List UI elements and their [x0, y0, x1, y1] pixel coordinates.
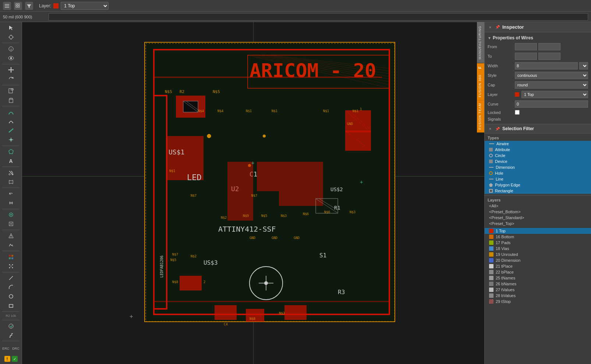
- tool-select[interactable]: [5, 24, 17, 32]
- sel-pin-button[interactable]: 📌: [495, 126, 500, 131]
- inspector-title: Inspector: [502, 24, 524, 30]
- menu-icon[interactable]: [3, 2, 11, 10]
- layer-item-20-dimension[interactable]: 20 Dimension: [485, 257, 591, 263]
- inspector-pin-button[interactable]: 📌: [495, 25, 500, 30]
- layer-special-preset-standard[interactable]: <Preset_Standard>: [485, 215, 591, 221]
- svg-point-72: [263, 135, 266, 138]
- tool-wire[interactable]: [5, 108, 17, 116]
- tool-eye[interactable]: [5, 54, 17, 62]
- type-item-device[interactable]: Device: [485, 158, 591, 164]
- tool-signal[interactable]: [5, 241, 17, 249]
- type-item-line[interactable]: Line: [485, 176, 591, 182]
- svg-rect-2: [16, 6, 17, 7]
- locked-row: Locked: [488, 109, 588, 116]
- tool-ratsnest[interactable]: [5, 262, 17, 270]
- svg-text:N$7: N$7: [251, 194, 257, 197]
- layer-item-22-bplace[interactable]: 22 bPlace: [485, 269, 591, 275]
- to-input-1[interactable]: [515, 53, 537, 60]
- fusion-team-tab[interactable]: FUSION TEAM: [477, 100, 484, 132]
- tool-align[interactable]: [5, 199, 17, 207]
- locked-checkbox[interactable]: [515, 110, 520, 115]
- type-item-airwire[interactable]: Airwire: [485, 141, 591, 147]
- type-item-hole[interactable]: Hole: [485, 170, 591, 176]
- type-item-polygon-edge[interactable]: Polygon Edge: [485, 182, 591, 188]
- tool-crosshair[interactable]: [5, 33, 17, 41]
- svg-text:R3: R3: [338, 289, 345, 296]
- layer-item-25-tnames[interactable]: 25 tNames: [485, 275, 591, 281]
- tool-drc-via[interactable]: [5, 220, 17, 228]
- tool-drc-run[interactable]: [5, 322, 17, 330]
- from-input-1[interactable]: [515, 43, 537, 50]
- from-input-2[interactable]: [538, 43, 560, 50]
- svg-text:US$2: US$2: [330, 186, 343, 192]
- type-item-circle[interactable]: Circle: [485, 153, 591, 158]
- inspector-close-button[interactable]: ×: [488, 25, 493, 30]
- tool-circle-draw[interactable]: [5, 292, 17, 301]
- svg-point-121: [264, 281, 268, 285]
- fusion360-tab-2[interactable]: FUSION 360: [477, 72, 484, 100]
- type-item-rectangle[interactable]: Rectangle: [485, 188, 591, 194]
- locked-label: Locked: [488, 110, 513, 115]
- layer-item-18-vias[interactable]: 18 Vias: [485, 246, 591, 251]
- svg-line-55: [266, 56, 389, 74]
- width-input[interactable]: [515, 62, 578, 69]
- layer-item-17-pads[interactable]: 17 Pads: [485, 240, 591, 246]
- layer-item-28-bvalues[interactable]: 28 bValues: [485, 293, 591, 299]
- cap-select[interactable]: round flat extended: [515, 81, 588, 89]
- divider-3: [2, 85, 20, 85]
- type-item-attribute[interactable]: Attribute: [485, 147, 591, 153]
- tool-new[interactable]: [5, 87, 17, 95]
- tool-line[interactable]: [5, 274, 17, 282]
- layer-special-preset-top[interactable]: <Preset_Top>: [485, 221, 591, 226]
- tool-junction[interactable]: [5, 136, 17, 144]
- tool-rotate[interactable]: [5, 75, 17, 83]
- curve-label: Curve: [488, 102, 513, 106]
- tool-cut[interactable]: [5, 168, 17, 177]
- width-unit-select[interactable]: ▾: [579, 62, 588, 69]
- tool-undo[interactable]: [5, 189, 17, 198]
- tool-polygon[interactable]: [5, 147, 17, 156]
- tool-info[interactable]: i: [5, 44, 17, 53]
- type-item-dimension[interactable]: Dimension: [485, 164, 591, 170]
- to-input-2[interactable]: [538, 53, 560, 60]
- tool-drc-check[interactable]: [5, 232, 17, 240]
- command-input[interactable]: [49, 13, 588, 21]
- layer-dropdown[interactable]: 1 Top: [61, 2, 109, 10]
- erc-button[interactable]: ERC: [1, 343, 10, 354]
- tool-rect-draw[interactable]: [5, 301, 17, 310]
- style-select[interactable]: continuous dashed dotted: [515, 72, 588, 79]
- tool-autoroute[interactable]: [5, 331, 17, 339]
- layer-special-all[interactable]: <All>: [485, 203, 591, 209]
- filter-icon[interactable]: [25, 2, 33, 10]
- tool-via[interactable]: [5, 211, 17, 219]
- drc-button[interactable]: DRC: [11, 343, 20, 354]
- layer-item-21-tplace[interactable]: 21 tPlace: [485, 263, 591, 269]
- tool-group[interactable]: [5, 178, 17, 186]
- grid-icon[interactable]: [14, 2, 22, 10]
- svg-point-120: [250, 267, 283, 300]
- layer-item-1-top[interactable]: 1 Top: [485, 228, 591, 234]
- tool-arc-draw[interactable]: [5, 283, 17, 292]
- layer-prop-select[interactable]: 1 Top: [521, 91, 588, 98]
- tool-layers-view[interactable]: [5, 253, 17, 261]
- layer-special-preset-bottom[interactable]: <Preset_Bottom>: [485, 209, 591, 215]
- canvas-area[interactable]: ARICOM - 20 R2 N$5 N$5 US$1 N$1 LED: [22, 22, 484, 364]
- fusion360-tab-1[interactable]: F: [477, 63, 484, 72]
- pcb-canvas[interactable]: ARICOM - 20 R2 N$5 N$5 US$1 N$1 LED: [22, 22, 484, 364]
- layer-item-29-tstop[interactable]: 29 tStop: [485, 299, 591, 304]
- sel-close-button[interactable]: ×: [488, 126, 493, 131]
- svg-rect-83: [345, 131, 371, 151]
- tool-arc[interactable]: [5, 117, 17, 125]
- tool-paste[interactable]: [5, 96, 17, 104]
- layer-item-16-bottom[interactable]: 16 Bottom: [485, 234, 591, 240]
- svg-point-26: [10, 214, 12, 215]
- layer-item-19-unrouted[interactable]: 19 Unrouted: [485, 251, 591, 257]
- layer-26-bnames-label: 26 bNames: [496, 282, 516, 286]
- tool-bus[interactable]: [5, 126, 17, 135]
- layer-item-27-tvalues[interactable]: 27 tValues: [485, 287, 591, 293]
- curve-input[interactable]: [515, 100, 588, 108]
- tool-move[interactable]: [5, 66, 17, 74]
- tool-text[interactable]: A: [5, 157, 17, 165]
- manufacturing-tab[interactable]: MANUFACTURING: [477, 22, 484, 63]
- layer-item-26-bnames[interactable]: 26 bNames: [485, 281, 591, 287]
